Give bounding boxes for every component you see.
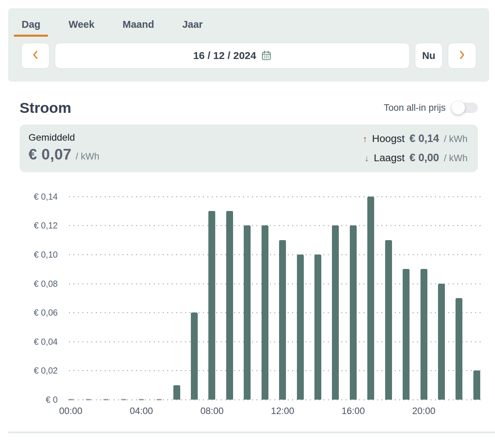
all-in-price-toggle-label: Toon all-in prijs <box>384 103 446 113</box>
price-bar-chart: € 0€ 0,02€ 0,04€ 0,06€ 0,08€ 0,10€ 0,12€… <box>0 184 495 432</box>
y-tick-label: € 0,02 <box>13 366 58 376</box>
price-bar[interactable] <box>367 197 374 400</box>
price-bar[interactable] <box>173 385 180 400</box>
price-bar-zero[interactable] <box>157 399 162 400</box>
tab-jaar-label: Jaar <box>182 19 203 30</box>
tab-maand[interactable]: Maand <box>123 19 154 39</box>
tab-week[interactable]: Week <box>69 19 94 39</box>
period-header-card: Dag Week Maand Jaar 16 / 12 / 2024 <box>8 8 489 82</box>
highest-value: € 0,14 <box>410 132 439 145</box>
price-bar[interactable] <box>350 225 357 400</box>
y-tick-label: € 0,04 <box>13 337 58 346</box>
price-bar[interactable] <box>421 269 427 400</box>
grid-line <box>67 370 481 371</box>
price-bar-zero[interactable] <box>121 399 126 400</box>
price-bar[interactable] <box>191 313 198 400</box>
all-in-price-toggle[interactable] <box>452 103 478 113</box>
y-tick-label: € 0,14 <box>13 191 58 201</box>
bottom-divider <box>8 432 495 433</box>
average-label: Gemiddeld <box>28 132 99 143</box>
y-tick-label: € 0 <box>13 394 58 404</box>
y-tick-label: € 0,06 <box>13 308 58 318</box>
highest-unit: / kWh <box>444 134 468 144</box>
arrow-down-icon: ↓ <box>365 153 369 164</box>
price-bar[interactable] <box>385 240 392 400</box>
page-title: Stroom <box>20 100 71 116</box>
grid-line <box>67 341 481 342</box>
price-bar[interactable] <box>244 225 251 400</box>
y-tick-label: € 0,12 <box>13 221 58 231</box>
period-tabs: Dag Week Maand Jaar <box>21 19 476 39</box>
date-input[interactable]: 16 / 12 / 2024 <box>55 43 410 69</box>
grid-line <box>67 312 481 313</box>
x-tick-label: 04:00 <box>126 406 157 416</box>
date-value: 16 / 12 / 2024 <box>193 50 256 61</box>
grid-line <box>67 225 481 226</box>
tab-jaar[interactable]: Jaar <box>182 19 203 39</box>
y-tick-label: € 0,08 <box>13 279 58 288</box>
chevron-right-icon <box>458 50 466 61</box>
lowest-unit: / kWh <box>444 153 468 164</box>
price-bar[interactable] <box>456 298 462 400</box>
grid-line <box>67 399 481 400</box>
x-tick-label: 00:00 <box>55 406 86 416</box>
price-bar-zero[interactable] <box>139 399 144 400</box>
price-bar[interactable] <box>332 225 339 400</box>
grid-line <box>67 283 481 284</box>
tab-week-label: Week <box>69 19 94 30</box>
x-tick-label: 16:00 <box>338 406 369 416</box>
price-bar[interactable] <box>279 240 286 400</box>
price-bar[interactable] <box>314 255 321 400</box>
price-bar-zero[interactable] <box>68 399 73 400</box>
x-tick-label: 20:00 <box>408 406 439 416</box>
price-stats-panel: Gemiddeld € 0,07 / kWh ↑ Hoogst € 0,14 /… <box>20 125 478 172</box>
price-bar[interactable] <box>226 211 233 400</box>
average-unit: / kWh <box>76 151 99 162</box>
price-bar[interactable] <box>403 269 410 400</box>
highest-label: Hoogst <box>372 133 405 144</box>
previous-day-button[interactable] <box>21 43 49 69</box>
date-controls: 16 / 12 / 2024 Nu <box>21 43 476 69</box>
tab-dag[interactable]: Dag <box>22 19 41 39</box>
chevron-left-icon <box>32 50 39 61</box>
now-button-label: Nu <box>422 50 436 61</box>
calendar-icon <box>262 50 271 61</box>
next-day-button[interactable] <box>448 43 476 69</box>
price-bar[interactable] <box>208 211 215 400</box>
y-tick-label: € 0,10 <box>13 249 58 259</box>
price-bar[interactable] <box>297 255 304 400</box>
tab-dag-label: Dag <box>22 19 41 30</box>
tab-maand-label: Maand <box>123 19 154 30</box>
now-button[interactable]: Nu <box>415 43 442 69</box>
price-bar[interactable] <box>262 225 268 400</box>
lowest-label: Laagst <box>374 152 405 164</box>
price-bar[interactable] <box>473 370 480 400</box>
active-tab-underline <box>14 35 48 37</box>
average-value: € 0,07 <box>28 146 71 163</box>
x-tick-label: 12:00 <box>267 406 298 416</box>
price-bar[interactable] <box>438 284 445 400</box>
toggle-knob <box>451 101 465 115</box>
price-bar-zero[interactable] <box>103 399 108 400</box>
lowest-value: € 0,00 <box>410 152 439 164</box>
grid-line <box>67 196 481 197</box>
arrow-up-icon: ↑ <box>363 134 367 144</box>
grid-line <box>67 254 481 255</box>
x-tick-label: 08:00 <box>196 406 227 416</box>
price-bar-zero[interactable] <box>86 399 91 400</box>
